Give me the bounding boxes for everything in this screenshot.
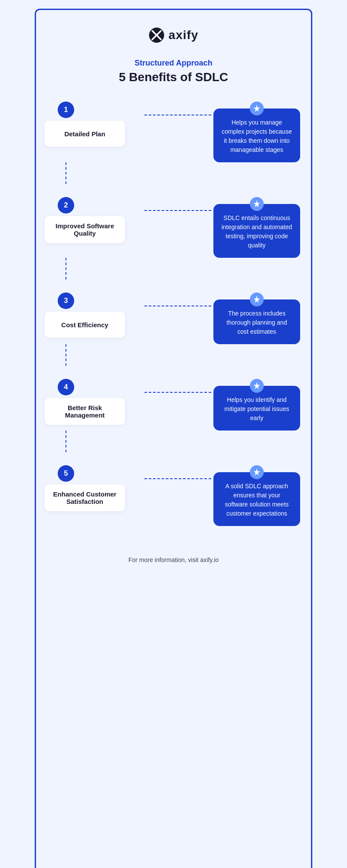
label-box-1: Detailed Plan <box>45 121 125 147</box>
connector-4 <box>144 379 211 393</box>
benefit-section-3: 3 Cost Efficiency The process includes t… <box>45 293 302 366</box>
benefit-section-4: 4 Better Risk Management Helps you ident… <box>45 379 302 452</box>
dotted-h-1 <box>144 115 211 115</box>
label-box-4: Better Risk Management <box>45 398 125 425</box>
number-badge-3: 3 <box>58 293 74 309</box>
section-top-5: 5 Enhanced Customer Satisfaction A solid… <box>45 465 302 526</box>
section-left-3: 3 Cost Efficiency <box>45 293 144 338</box>
number-badge-1: 1 <box>58 102 74 118</box>
number-badge-4: 4 <box>58 379 74 395</box>
spark-icon-3 <box>250 293 264 306</box>
section-top-1: 1 Detailed Plan Helps you manage complex… <box>45 102 302 162</box>
number-badge-5: 5 <box>58 465 74 482</box>
section-top-3: 3 Cost Efficiency The process includes t… <box>45 293 302 344</box>
benefit-section-5: 5 Enhanced Customer Satisfaction A solid… <box>45 465 302 526</box>
label-box-5: Enhanced Customer Satisfaction <box>45 484 125 511</box>
spark-icon-2 <box>250 197 264 211</box>
dotted-h-2 <box>144 210 211 211</box>
connector-5 <box>144 465 211 479</box>
section-left-4: 4 Better Risk Management <box>45 379 144 425</box>
subtitle: Structured Approach <box>119 59 228 68</box>
vertical-line-4 <box>65 431 302 452</box>
vertical-line-1 <box>65 162 302 184</box>
dotted-h-4 <box>144 392 211 393</box>
connector-1 <box>144 102 211 115</box>
spark-icon-1 <box>250 102 264 115</box>
number-badge-2: 2 <box>58 197 74 214</box>
section-top-4: 4 Better Risk Management Helps you ident… <box>45 379 302 431</box>
connector-3 <box>144 293 211 306</box>
label-box-2: Improved Software Quality <box>45 216 125 243</box>
section-left-2: 2 Improved Software Quality <box>45 197 144 243</box>
logo-area: axify <box>149 27 199 43</box>
page-wrapper: axify Structured Approach 5 Benefits of … <box>35 9 312 868</box>
benefit-section-1: 1 Detailed Plan Helps you manage complex… <box>45 102 302 184</box>
header-section: Structured Approach 5 Benefits of SDLC <box>119 59 228 84</box>
benefits-container: 1 Detailed Plan Helps you manage complex… <box>45 102 302 539</box>
section-left-5: 5 Enhanced Customer Satisfaction <box>45 465 144 511</box>
vertical-line-3 <box>65 344 302 366</box>
section-left-1: 1 Detailed Plan <box>45 102 144 147</box>
section-right-4: Helps you identify and mitigate potentia… <box>211 379 302 431</box>
logo-icon <box>149 27 164 43</box>
section-right-5: A solid SDLC approach ensures that your … <box>211 465 302 526</box>
desc-box-5: A solid SDLC approach ensures that your … <box>213 472 300 526</box>
desc-box-1: Helps you manage complex projects becaus… <box>213 108 300 162</box>
desc-box-2: SDLC entails continuous integration and … <box>213 204 300 258</box>
dotted-h-5 <box>144 478 211 479</box>
footer-text: For more information, visit axify.io <box>128 556 219 563</box>
section-top-2: 2 Improved Software Quality SDLC entails… <box>45 197 302 258</box>
vertical-line-2 <box>65 258 302 279</box>
benefit-section-2: 2 Improved Software Quality SDLC entails… <box>45 197 302 279</box>
spark-icon-4 <box>250 379 264 393</box>
section-right-3: The process includes thorough planning a… <box>211 293 302 344</box>
connector-2 <box>144 197 211 211</box>
label-box-3: Cost Efficiency <box>45 312 125 338</box>
dotted-h-3 <box>144 306 211 306</box>
logo-text: axify <box>169 28 199 42</box>
main-title: 5 Benefits of SDLC <box>119 70 228 84</box>
section-right-2: SDLC entails continuous integration and … <box>211 197 302 258</box>
spark-icon-5 <box>250 465 264 479</box>
section-right-1: Helps you manage complex projects becaus… <box>211 102 302 162</box>
